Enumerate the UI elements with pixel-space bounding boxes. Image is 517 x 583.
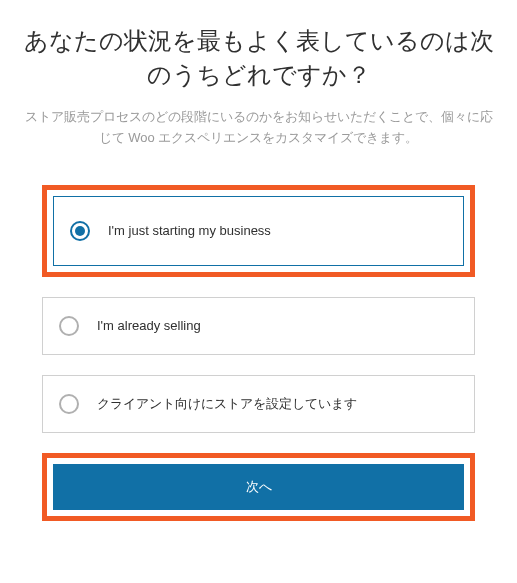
page-heading: あなたの状況を最もよく表しているのは次のうちどれですか？ [18, 24, 499, 91]
button-wrapper: 次へ [18, 453, 499, 521]
highlight-option-starting: I'm just starting my business [42, 185, 475, 277]
option-client-store[interactable]: クライアント向けにストアを設定しています [42, 375, 475, 433]
option-starting-business[interactable]: I'm just starting my business [53, 196, 464, 266]
option-already-selling[interactable]: I'm already selling [42, 297, 475, 355]
option-label: I'm already selling [97, 318, 201, 333]
options-group: I'm just starting my business I'm alread… [18, 185, 499, 433]
radio-icon [59, 316, 79, 336]
option-label: I'm just starting my business [108, 223, 271, 238]
next-button[interactable]: 次へ [53, 464, 464, 510]
highlight-next-button: 次へ [42, 453, 475, 521]
option-label: クライアント向けにストアを設定しています [97, 395, 357, 413]
radio-icon [59, 394, 79, 414]
radio-icon [70, 221, 90, 241]
page-description: ストア販売プロセスのどの段階にいるのかをお知らせいただくことで、個々に応じて W… [18, 107, 499, 149]
